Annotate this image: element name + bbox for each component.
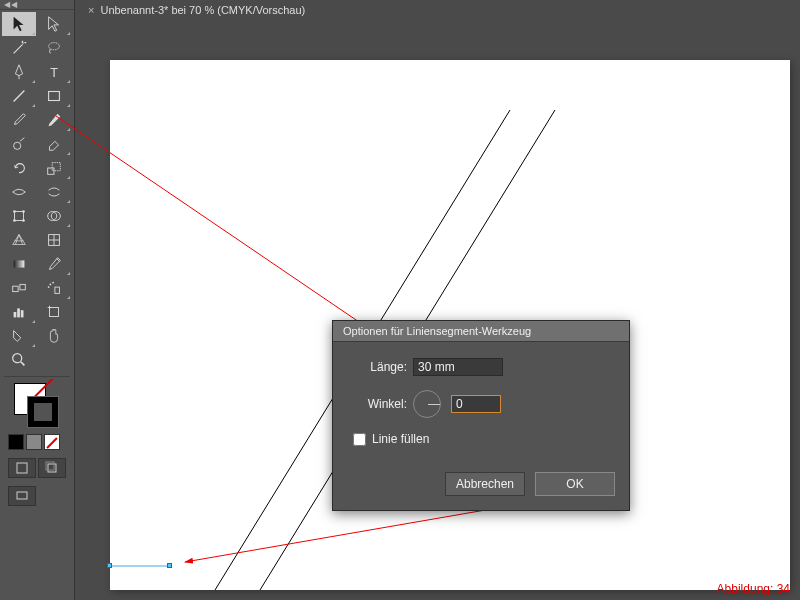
svg-rect-5	[52, 163, 60, 171]
scale-tool[interactable]	[37, 156, 71, 180]
lasso-tool[interactable]	[37, 36, 71, 60]
rectangle-tool[interactable]	[37, 84, 71, 108]
svg-rect-17	[13, 286, 18, 291]
canvas-area[interactable]	[80, 20, 800, 600]
anchor-point[interactable]	[167, 563, 172, 568]
ok-button[interactable]: OK	[535, 472, 615, 496]
free-transform-tool[interactable]	[2, 204, 36, 228]
stroke-swatch[interactable]	[27, 396, 59, 428]
svg-rect-32	[48, 464, 56, 472]
document-tab-bar: × Unbenannt-3* bei 70 % (CMYK/Vorschau)	[80, 0, 313, 20]
svg-text:T: T	[50, 66, 58, 80]
draw-normal[interactable]	[8, 458, 36, 478]
collapse-icon: ◀◀	[4, 0, 18, 9]
svg-rect-34	[17, 492, 27, 499]
angle-label: Winkel:	[347, 397, 407, 411]
color-mode-none[interactable]	[44, 434, 60, 450]
zoom-tool[interactable]	[2, 348, 36, 372]
hand-tool[interactable]	[37, 324, 71, 348]
svg-rect-19	[55, 287, 60, 293]
panel-header[interactable]: ◀◀	[0, 0, 74, 10]
svg-point-20	[50, 284, 52, 286]
document-tab[interactable]: × Unbenannt-3* bei 70 % (CMYK/Vorschau)	[80, 2, 313, 18]
shape-builder-tool[interactable]	[37, 204, 71, 228]
fill-line-label: Linie füllen	[372, 432, 429, 446]
svg-point-8	[22, 210, 25, 213]
svg-rect-31	[17, 463, 27, 473]
anchor-point[interactable]	[107, 563, 112, 568]
tool-panel: ◀◀ T	[0, 0, 75, 600]
svg-rect-23	[14, 312, 17, 317]
svg-point-0	[49, 43, 60, 50]
figure-label: Abbildung: 34	[717, 582, 790, 596]
eraser-tool[interactable]	[37, 132, 71, 156]
mesh-tool[interactable]	[37, 228, 71, 252]
perspective-grid-tool[interactable]	[2, 228, 36, 252]
svg-rect-6	[15, 212, 24, 221]
cancel-button[interactable]: Abbrechen	[445, 472, 525, 496]
blend-tool[interactable]	[2, 276, 36, 300]
draw-behind[interactable]	[38, 458, 66, 478]
line-segment-options-dialog: Optionen für Liniensegment-Werkzeug Läng…	[332, 320, 630, 511]
rotate-tool[interactable]	[2, 156, 36, 180]
svg-line-2	[14, 91, 25, 102]
dialog-title: Optionen für Liniensegment-Werkzeug	[333, 321, 629, 342]
artboard-tool[interactable]	[37, 300, 71, 324]
svg-point-22	[48, 286, 50, 288]
gradient-tool[interactable]	[2, 252, 36, 276]
color-mode-gradient[interactable]	[26, 434, 42, 450]
length-label: Länge:	[347, 360, 407, 374]
svg-point-9	[13, 219, 16, 222]
pen-tool[interactable]	[2, 60, 36, 84]
tab-title: Unbenannt-3* bei 70 % (CMYK/Vorschau)	[100, 4, 305, 16]
screen-mode[interactable]	[8, 486, 36, 506]
type-tool[interactable]: T	[37, 60, 71, 84]
svg-point-29	[13, 354, 22, 363]
svg-rect-18	[20, 284, 25, 289]
pencil-tool[interactable]	[37, 108, 71, 132]
svg-rect-3	[49, 92, 60, 101]
direct-selection-tool[interactable]	[37, 12, 71, 36]
tool-grid: T	[0, 10, 74, 374]
eyedropper-tool[interactable]	[37, 252, 71, 276]
paintbrush-tool[interactable]	[2, 108, 36, 132]
line-segment-tool[interactable]	[2, 84, 36, 108]
column-graph-tool[interactable]	[2, 300, 36, 324]
warp-tool[interactable]	[37, 180, 71, 204]
svg-rect-33	[46, 462, 54, 470]
magic-wand-tool[interactable]	[2, 36, 36, 60]
symbol-sprayer-tool[interactable]	[37, 276, 71, 300]
svg-point-10	[22, 219, 25, 222]
length-input[interactable]	[413, 358, 503, 376]
svg-point-7	[13, 210, 16, 213]
blob-brush-tool[interactable]	[2, 132, 36, 156]
svg-rect-26	[50, 308, 59, 317]
svg-rect-25	[21, 310, 24, 317]
width-tool[interactable]	[2, 180, 36, 204]
angle-dial[interactable]	[413, 390, 441, 418]
selection-tool[interactable]	[2, 12, 36, 36]
svg-rect-24	[17, 308, 20, 317]
color-swatch-area	[0, 379, 74, 510]
svg-rect-16	[14, 260, 25, 267]
close-tab-icon[interactable]: ×	[88, 4, 94, 16]
fill-line-checkbox[interactable]	[353, 433, 366, 446]
angle-input[interactable]	[451, 395, 501, 413]
svg-point-21	[52, 282, 54, 284]
color-mode-solid[interactable]	[8, 434, 24, 450]
svg-line-30	[21, 362, 25, 366]
slice-tool[interactable]	[2, 324, 36, 348]
